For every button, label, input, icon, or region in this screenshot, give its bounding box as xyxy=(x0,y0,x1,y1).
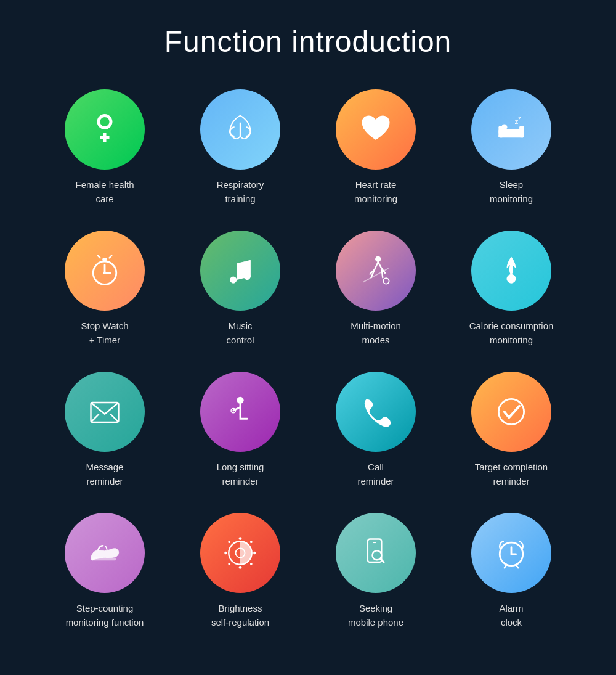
svg-text:z: z xyxy=(518,115,521,121)
step-icon xyxy=(86,534,123,571)
stopwatch-icon xyxy=(86,252,123,289)
seeking-label: Seekingmobile phone xyxy=(348,602,403,629)
svg-point-30 xyxy=(239,537,242,540)
step-icon-circle xyxy=(65,513,145,593)
svg-point-18 xyxy=(383,278,389,284)
svg-point-14 xyxy=(103,271,107,274)
stopwatch-label: Stop Watch+ Timer xyxy=(81,319,129,347)
svg-line-13 xyxy=(110,256,112,258)
feature-step: Step-countingmonitoring function xyxy=(43,513,166,629)
features-grid: Female healthcare Respiratorytraining He… xyxy=(43,89,573,629)
calorie-icon-circle xyxy=(471,231,551,311)
feature-seeking: Seekingmobile phone xyxy=(314,513,437,629)
stopwatch-icon-circle xyxy=(65,231,145,311)
svg-line-45 xyxy=(505,565,507,568)
seeking-icon xyxy=(357,534,394,571)
svg-point-36 xyxy=(250,541,253,543)
call-icon xyxy=(357,393,394,430)
step-label: Step-countingmonitoring function xyxy=(66,602,144,629)
message-icon-circle xyxy=(65,372,145,452)
calorie-icon xyxy=(493,252,530,289)
svg-point-16 xyxy=(375,256,381,262)
feature-brightness: Brightnessself-regulation xyxy=(179,513,302,629)
svg-point-32 xyxy=(224,552,227,555)
svg-line-46 xyxy=(516,565,519,568)
svg-line-12 xyxy=(98,256,100,258)
svg-line-21 xyxy=(110,414,118,422)
svg-point-22 xyxy=(237,397,243,404)
svg-point-37 xyxy=(228,563,230,565)
svg-rect-27 xyxy=(92,558,116,561)
motion-icon-circle xyxy=(336,231,416,311)
feature-respiratory: Respiratorytraining xyxy=(179,89,302,206)
svg-point-26 xyxy=(498,399,524,424)
sitting-icon-circle xyxy=(200,372,280,452)
feature-female-health: Female healthcare xyxy=(43,89,166,206)
feature-call: Callreminder xyxy=(314,372,437,488)
svg-rect-5 xyxy=(506,129,522,134)
sitting-label: Long sittingreminder xyxy=(217,460,264,488)
music-icon xyxy=(222,252,259,289)
feature-message: Messagereminder xyxy=(43,372,166,488)
target-label: Target completionreminder xyxy=(475,460,548,488)
svg-point-31 xyxy=(239,566,242,569)
target-icon-circle xyxy=(471,372,551,452)
heart-rate-icon-circle xyxy=(336,89,416,170)
motion-icon xyxy=(357,252,394,289)
call-label: Callreminder xyxy=(357,460,394,488)
female-health-label: Female healthcare xyxy=(75,178,134,206)
message-icon xyxy=(86,393,123,430)
feature-target: Target completionreminder xyxy=(450,372,573,488)
svg-point-33 xyxy=(253,552,256,555)
feature-music: Musiccontrol xyxy=(179,231,302,347)
heart-rate-icon xyxy=(357,111,394,148)
svg-point-35 xyxy=(250,563,253,565)
sleep-label: Sleepmonitoring xyxy=(490,178,533,206)
message-label: Messagereminder xyxy=(86,460,124,488)
feature-sitting: Long sittingreminder xyxy=(179,372,302,488)
brightness-label: Brightnessself-regulation xyxy=(211,602,269,629)
music-label: Musiccontrol xyxy=(226,319,254,347)
alarm-icon xyxy=(493,534,530,571)
female-icon xyxy=(86,111,123,148)
feature-calorie: Calorie consumptionmonitoring xyxy=(450,231,573,347)
alarm-label: Alarmclock xyxy=(499,602,523,629)
calorie-label: Calorie consumptionmonitoring xyxy=(469,319,554,347)
respiratory-icon xyxy=(222,111,259,148)
feature-alarm: Alarmclock xyxy=(450,513,573,629)
feature-stopwatch: Stop Watch+ Timer xyxy=(43,231,166,347)
brightness-icon-circle xyxy=(200,513,280,593)
sleep-icon-circle: z z xyxy=(471,89,551,170)
feature-heart-rate: Heart ratemonitoring xyxy=(314,89,437,206)
sitting-icon xyxy=(222,393,259,430)
seeking-icon-circle xyxy=(336,513,416,593)
svg-line-17 xyxy=(363,268,388,282)
target-icon xyxy=(493,393,530,430)
svg-point-34 xyxy=(228,541,230,543)
respiratory-label: Respiratorytraining xyxy=(217,178,264,206)
call-icon-circle xyxy=(336,372,416,452)
brightness-icon xyxy=(222,534,259,571)
feature-sleep: z z Sleepmonitoring xyxy=(450,89,573,206)
page-title: Function introduction xyxy=(164,25,452,59)
female-health-icon-circle xyxy=(65,89,145,170)
svg-rect-11 xyxy=(102,258,107,261)
svg-point-4 xyxy=(501,125,507,130)
music-icon-circle xyxy=(200,231,280,311)
alarm-icon-circle xyxy=(471,513,551,593)
heart-rate-label: Heart ratemonitoring xyxy=(354,178,397,206)
motion-label: Multi-motionmodes xyxy=(351,319,401,347)
respiratory-icon-circle xyxy=(200,89,280,170)
svg-line-20 xyxy=(91,414,99,422)
sleep-icon: z z xyxy=(493,111,530,148)
feature-motion: Multi-motionmodes xyxy=(314,231,437,347)
